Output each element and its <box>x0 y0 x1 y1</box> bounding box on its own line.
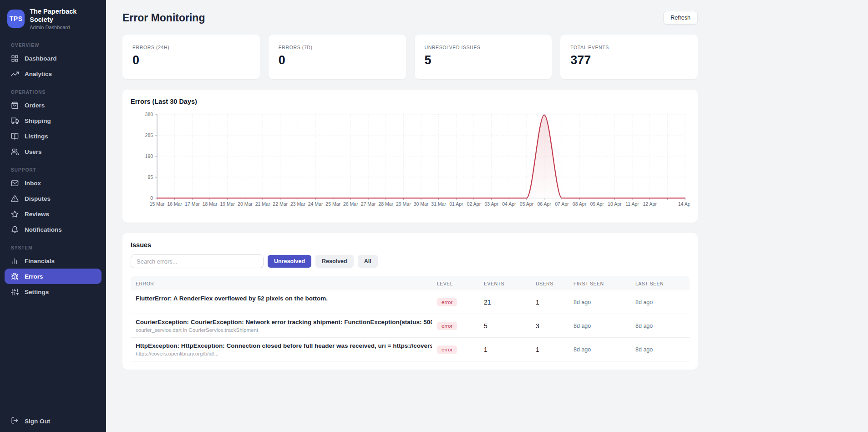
nav-section-label-overview: OVERVIEW <box>0 43 106 48</box>
sidebar-item-settings[interactable]: Settings <box>5 284 102 300</box>
refresh-button[interactable]: Refresh <box>663 11 698 25</box>
level-badge: error <box>437 298 457 306</box>
chart-title: Errors (Last 30 Days) <box>131 98 690 105</box>
svg-text:02 Apr: 02 Apr <box>467 201 481 207</box>
error-cell: HttpException: HttpException: Connection… <box>131 342 432 356</box>
users-cell: 3 <box>531 322 569 330</box>
truck-icon <box>11 117 19 125</box>
svg-text:20 Mar: 20 Mar <box>238 201 253 207</box>
svg-text:22 Mar: 22 Mar <box>273 201 288 207</box>
sidebar-item-listings[interactable]: Listings <box>5 128 102 144</box>
svg-text:26 Mar: 26 Mar <box>343 201 358 207</box>
svg-text:03 Apr: 03 Apr <box>484 201 498 207</box>
svg-text:21 Mar: 21 Mar <box>255 201 270 207</box>
svg-text:28 Mar: 28 Mar <box>378 201 393 207</box>
sign-out-label: Sign Out <box>25 418 50 425</box>
sign-out-button[interactable]: Sign Out <box>11 417 50 426</box>
trending-up-icon <box>11 70 19 78</box>
sidebar-nav: OVERVIEWDashboardAnalyticsOPERATIONSOrde… <box>0 43 106 300</box>
issues-card: Issues UnresolvedResolvedAll ERRORLEVELE… <box>122 233 698 370</box>
level-badge: error <box>437 322 457 330</box>
sidebar-item-analytics[interactable]: Analytics <box>5 66 102 81</box>
sidebar-item-shipping[interactable]: Shipping <box>5 113 102 128</box>
content: Error Monitoring Refresh ERRORS (24H)0ER… <box>122 11 698 370</box>
svg-text:05 Apr: 05 Apr <box>520 201 534 207</box>
first-seen-cell: 8d ago <box>569 346 630 353</box>
star-icon <box>11 210 19 218</box>
svg-text:25 Mar: 25 Mar <box>325 201 340 207</box>
sidebar-item-orders[interactable]: Orders <box>5 97 102 113</box>
brand-logo: TPS <box>7 10 25 28</box>
sidebar-item-label: Settings <box>25 289 49 295</box>
filter-button-unresolved[interactable]: Unresolved <box>268 255 311 268</box>
sidebar-item-label: Financials <box>25 258 55 264</box>
nav-section-label-operations: OPERATIONS <box>0 90 106 95</box>
stat-label: UNRESOLVED ISSUES <box>425 45 542 50</box>
users-cell: 1 <box>531 346 569 353</box>
error-subtitle: — <box>136 304 432 309</box>
sidebar-item-label: Users <box>25 148 42 155</box>
level-cell: error <box>432 298 479 306</box>
filter-button-all[interactable]: All <box>358 255 378 268</box>
sidebar-item-label: Listings <box>25 133 48 140</box>
errors-chart: 09519028538015 Mar16 Mar17 Mar18 Mar19 M… <box>131 109 690 215</box>
svg-text:16 Mar: 16 Mar <box>167 201 182 207</box>
error-row[interactable]: HttpException: HttpException: Connection… <box>131 338 690 361</box>
svg-text:19 Mar: 19 Mar <box>220 201 235 207</box>
svg-text:09 Apr: 09 Apr <box>590 201 604 207</box>
error-cell: CourierException: CourierException: Netw… <box>131 319 432 333</box>
events-cell: 1 <box>479 346 531 353</box>
sidebar-item-users[interactable]: Users <box>5 144 102 159</box>
sidebar-item-label: Disputes <box>25 195 51 202</box>
brand: TPS The Paperback Society Admin Dashboar… <box>0 0 106 35</box>
svg-text:11 Apr: 11 Apr <box>625 201 639 207</box>
error-cell: FlutterError: A RenderFlex overflowed by… <box>131 295 432 309</box>
level-cell: error <box>432 345 479 354</box>
first-seen-cell: 8d ago <box>569 299 630 305</box>
svg-text:10 Apr: 10 Apr <box>608 201 622 207</box>
svg-text:285: 285 <box>145 132 153 138</box>
brand-name: The Paperback Society <box>30 7 99 24</box>
svg-text:31 Mar: 31 Mar <box>431 201 446 207</box>
sidebar-item-label: Inbox <box>25 180 41 187</box>
sidebar-item-notifications[interactable]: Notifications <box>5 222 102 237</box>
sidebar-item-label: Analytics <box>25 71 52 77</box>
sliders-icon <box>11 288 19 296</box>
stat-value: 5 <box>425 53 542 67</box>
sidebar-item-disputes[interactable]: Disputes <box>5 191 102 206</box>
svg-text:29 Mar: 29 Mar <box>396 201 411 207</box>
column-header-level: LEVEL <box>432 281 479 286</box>
svg-text:12 Apr: 12 Apr <box>643 201 657 207</box>
alert-triangle-icon <box>11 195 19 203</box>
grid-icon <box>11 55 19 62</box>
stat-value: 377 <box>570 53 688 67</box>
app-root: TPS The Paperback Society Admin Dashboar… <box>0 0 868 432</box>
main-area: Error Monitoring Refresh ERRORS (24H)0ER… <box>106 0 868 432</box>
sidebar-item-dashboard[interactable]: Dashboard <box>5 51 102 66</box>
error-row[interactable]: CourierException: CourierException: Netw… <box>131 314 690 338</box>
filter-group: UnresolvedResolvedAll <box>268 255 378 268</box>
svg-text:23 Mar: 23 Mar <box>290 201 305 207</box>
book-open-icon <box>11 132 19 140</box>
sidebar-item-financials[interactable]: Financials <box>5 253 102 269</box>
bug-icon <box>11 273 19 280</box>
bell-icon <box>11 226 19 234</box>
sidebar-item-reviews[interactable]: Reviews <box>5 206 102 222</box>
error-row[interactable]: FlutterError: A RenderFlex overflowed by… <box>131 290 690 314</box>
svg-text:27 Mar: 27 Mar <box>361 201 376 207</box>
error-title: FlutterError: A RenderFlex overflowed by… <box>136 295 432 302</box>
sidebar-item-errors[interactable]: Errors <box>5 269 102 284</box>
last-seen-cell: 8d ago <box>630 323 690 329</box>
sidebar-item-label: Notifications <box>25 226 62 233</box>
issues-title: Issues <box>131 241 690 249</box>
last-seen-cell: 8d ago <box>630 299 690 305</box>
sidebar-item-label: Shipping <box>25 117 51 124</box>
svg-text:01 Apr: 01 Apr <box>449 201 463 207</box>
error-title: HttpException: HttpException: Connection… <box>136 342 432 349</box>
filter-button-resolved[interactable]: Resolved <box>315 255 354 268</box>
search-input[interactable] <box>131 254 264 268</box>
table-body: FlutterError: A RenderFlex overflowed by… <box>131 290 690 361</box>
sidebar-item-inbox[interactable]: Inbox <box>5 175 102 191</box>
column-header-events: EVENTS <box>479 281 531 286</box>
svg-text:14 Apr: 14 Apr <box>678 201 690 207</box>
